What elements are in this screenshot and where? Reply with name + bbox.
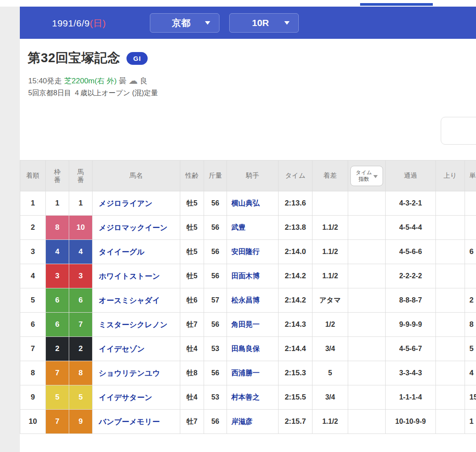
horse-name-link[interactable]: ホワイトストーン bbox=[99, 272, 160, 280]
time-index-cell bbox=[348, 361, 386, 385]
race-meta-line: 5回京都8日目 ４歳以上オープン (混)定量 bbox=[28, 89, 158, 98]
horse-name-cell: メジロライアン bbox=[93, 191, 180, 216]
col-time: タイム bbox=[279, 161, 312, 191]
sex-age-cell: 牡4 bbox=[180, 337, 204, 361]
frame-number-cell: 5 bbox=[46, 385, 69, 410]
horse-name-link[interactable]: メジロライアン bbox=[99, 199, 152, 208]
weather-label: 曇 bbox=[119, 76, 126, 86]
page-title: 第32回宝塚記念 bbox=[28, 49, 120, 67]
jockey-link[interactable]: 田面木博 bbox=[231, 272, 260, 280]
result-row: 4 3 3 ホワイトストーン 牡5 56 田面木博 2:14.2 1.1/2 2… bbox=[20, 264, 476, 288]
horse-number-cell: 7 bbox=[69, 313, 93, 337]
start-time: 15:40発走 bbox=[28, 76, 62, 86]
horse-name-cell: ミスターシクレノン bbox=[93, 313, 180, 337]
jockey-link[interactable]: 岸滋彦 bbox=[231, 418, 253, 425]
time-cell: 2:13.8 bbox=[279, 216, 312, 240]
col-horse-name: 馬名 bbox=[93, 161, 180, 191]
horse-name-cell: イイデサターン bbox=[93, 385, 180, 410]
jockey-cell: 村本善之 bbox=[227, 385, 279, 410]
sex-age-cell: 牡5 bbox=[180, 216, 204, 240]
race-title-row: 第32回宝塚記念 GI bbox=[28, 49, 148, 67]
course-distance: 芝2200m(右 外) bbox=[64, 76, 117, 86]
time-index-cell bbox=[348, 240, 386, 264]
jockey-link[interactable]: 松永昌博 bbox=[231, 296, 260, 304]
date-text: 1991/6/9 bbox=[52, 18, 90, 28]
last-3f-cell bbox=[436, 240, 465, 264]
sex-age-cell: 牡7 bbox=[180, 313, 204, 337]
jockey-link[interactable]: 横山典弘 bbox=[231, 199, 260, 207]
horse-name-cell: バンブーメモリー bbox=[93, 410, 180, 434]
race-number-dropdown[interactable]: 10R bbox=[229, 13, 299, 33]
win-odds-cell: 1 bbox=[465, 410, 476, 434]
time-index-label-line1: タイム bbox=[356, 169, 372, 176]
result-row: 5 6 6 オースミシャダイ 牡6 57 松永昌博 2:14.2 アタマ 8-8… bbox=[20, 288, 476, 313]
frame-number-cell: 2 bbox=[46, 337, 69, 361]
horse-number-cell: 9 bbox=[69, 410, 93, 434]
frame-number-cell: 6 bbox=[46, 313, 69, 337]
passing-order-cell: 4-3-2-1 bbox=[386, 191, 436, 216]
jockey-link[interactable]: 武豊 bbox=[231, 224, 245, 231]
time-index-dropdown-button[interactable]: タイム 指数 bbox=[350, 166, 383, 186]
jockey-cell: 角田晃一 bbox=[227, 313, 279, 337]
horse-name-cell: メジロマックイーン bbox=[93, 216, 180, 240]
finish-position-cell: 9 bbox=[20, 385, 46, 410]
sex-age-cell: 牡8 bbox=[180, 361, 204, 385]
race-header-bar: 1991/6/9(日) 京都 10R bbox=[20, 7, 476, 39]
jockey-link[interactable]: 村本善之 bbox=[231, 393, 260, 401]
margin-cell: 1.1/2 bbox=[312, 264, 348, 288]
chevron-down-icon bbox=[205, 21, 210, 25]
time-cell: 2:15.5 bbox=[279, 385, 312, 410]
horse-number-cell: 3 bbox=[69, 264, 93, 288]
horse-name-link[interactable]: メジロマックイーン bbox=[99, 224, 167, 232]
header-row: 着順 枠番 馬番 馬名 性齢 斤量 騎手 タイム 着差 タイム 指数 bbox=[20, 161, 476, 191]
grade-badge: GI bbox=[126, 52, 148, 65]
sex-age-cell: 牡6 bbox=[180, 288, 204, 313]
last-3f-cell bbox=[436, 410, 465, 434]
jockey-cell: 武豊 bbox=[227, 216, 279, 240]
side-panel-button[interactable] bbox=[441, 117, 476, 145]
time-cell: 2:14.2 bbox=[279, 288, 312, 313]
weight-cell: 56 bbox=[204, 410, 227, 434]
margin-cell: 1.1/2 bbox=[312, 216, 348, 240]
horse-name-link[interactable]: イイデサターン bbox=[99, 393, 152, 402]
jockey-link[interactable]: 西浦勝一 bbox=[231, 369, 260, 377]
sex-age-cell: 牡5 bbox=[180, 191, 204, 216]
win-odds-cell: 8 bbox=[465, 313, 476, 337]
chevron-down-icon bbox=[284, 21, 290, 25]
finish-position-cell: 8 bbox=[20, 361, 46, 385]
time-index-cell bbox=[348, 288, 386, 313]
horse-number-cell: 8 bbox=[69, 361, 93, 385]
horse-name-cell: タイイーグル bbox=[93, 240, 180, 264]
sex-age-cell: 牡4 bbox=[180, 385, 204, 410]
horse-name-link[interactable]: ショウリテンユウ bbox=[99, 369, 160, 377]
horse-number-cell: 2 bbox=[69, 337, 93, 361]
col-finish-position: 着順 bbox=[20, 161, 46, 191]
results-body: 1 1 1 メジロライアン 牡5 56 横山典弘 2:13.6 4-3-2-1 … bbox=[20, 191, 476, 434]
venue-dropdown[interactable]: 京都 bbox=[150, 13, 219, 33]
race-date: 1991/6/9(日) bbox=[52, 17, 106, 30]
result-row: 6 6 7 ミスターシクレノン 牡7 56 角田晃一 2:14.3 1/2 9-… bbox=[20, 313, 476, 337]
horse-name-link[interactable]: ミスターシクレノン bbox=[99, 321, 167, 329]
time-cell: 2:15.7 bbox=[279, 410, 312, 434]
horse-number-cell: 10 bbox=[69, 216, 93, 240]
jockey-link[interactable]: 角田晃一 bbox=[231, 321, 260, 328]
jockey-link[interactable]: 安田隆行 bbox=[231, 248, 260, 255]
horse-name-link[interactable]: バンブーメモリー bbox=[99, 418, 160, 426]
time-index-cell bbox=[348, 191, 386, 216]
horse-name-link[interactable]: タイイーグル bbox=[99, 248, 145, 256]
horse-number-cell: 6 bbox=[69, 288, 93, 313]
time-index-cell bbox=[348, 410, 386, 434]
frame-number-cell: 8 bbox=[46, 216, 69, 240]
horse-name-cell: ホワイトストーン bbox=[93, 264, 180, 288]
jockey-cell: 田島良保 bbox=[227, 337, 279, 361]
last-3f-cell bbox=[436, 216, 465, 240]
horse-name-link[interactable]: オースミシャダイ bbox=[99, 296, 160, 305]
sex-age-cell: 牡7 bbox=[180, 410, 204, 434]
last-3f-cell bbox=[436, 191, 465, 216]
time-index-cell bbox=[348, 264, 386, 288]
finish-position-cell: 5 bbox=[20, 288, 46, 313]
frame-number-cell: 4 bbox=[46, 240, 69, 264]
horse-name-link[interactable]: イイデセゾン bbox=[99, 345, 145, 353]
jockey-link[interactable]: 田島良保 bbox=[231, 345, 260, 352]
col-frame-number: 枠番 bbox=[46, 161, 69, 191]
